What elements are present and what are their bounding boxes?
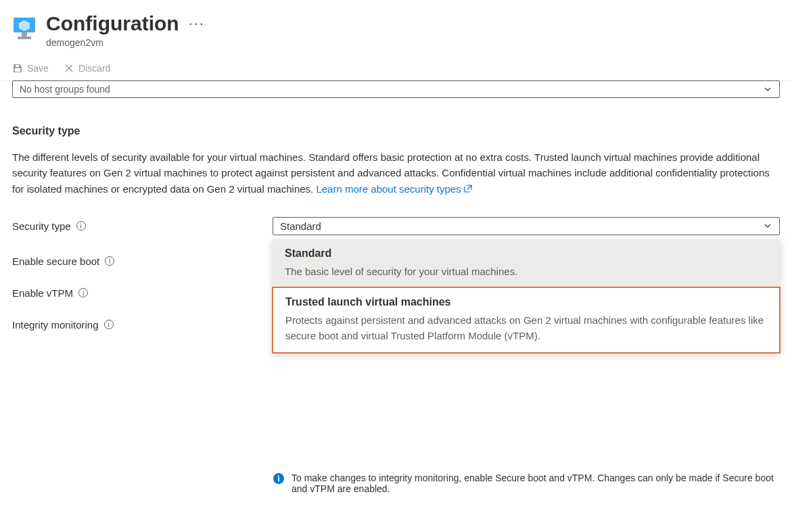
info-icon bbox=[273, 473, 285, 485]
chevron-down-icon bbox=[763, 84, 772, 94]
dropdown-option-trusted-launch[interactable]: Trusted launch virtual machines Protects… bbox=[272, 287, 781, 354]
resource-name: demogen2vm bbox=[46, 37, 179, 48]
close-icon bbox=[64, 63, 74, 74]
learn-more-text: Learn more about security types bbox=[316, 181, 461, 197]
vm-resource-icon bbox=[12, 16, 37, 43]
label-secure-boot: Enable secure boot bbox=[12, 256, 99, 267]
host-group-select[interactable]: No host groups found bbox=[12, 80, 780, 98]
external-link-icon bbox=[464, 185, 472, 193]
section-title-security-type: Security type bbox=[12, 125, 780, 137]
save-label: Save bbox=[27, 63, 49, 74]
command-bar: Save Discard bbox=[12, 63, 780, 74]
section-description: The different levels of security availab… bbox=[12, 149, 780, 197]
info-icon[interactable]: i bbox=[105, 256, 114, 266]
info-icon[interactable]: i bbox=[78, 288, 88, 297]
info-icon[interactable]: i bbox=[104, 320, 114, 329]
integrity-info-callout: To make changes to integrity monitoring,… bbox=[273, 473, 780, 494]
label-integrity: Integrity monitoring bbox=[12, 319, 99, 331]
title-more-menu[interactable]: ··· bbox=[189, 12, 205, 31]
option-title: Trusted launch virtual machines bbox=[285, 296, 767, 308]
label-security-type: Security type bbox=[12, 220, 71, 232]
option-desc: The basic level of security for your vir… bbox=[285, 264, 768, 279]
callout-text: To make changes to integrity monitoring,… bbox=[292, 473, 780, 494]
label-vtpm: Enable vTPM bbox=[12, 287, 73, 299]
chevron-down-icon bbox=[763, 221, 772, 231]
option-title: Standard bbox=[285, 247, 768, 260]
security-type-select[interactable]: Standard bbox=[273, 217, 780, 235]
page-title: Configuration bbox=[46, 12, 179, 34]
svg-rect-2 bbox=[22, 32, 27, 37]
learn-more-link[interactable]: Learn more about security types bbox=[316, 181, 471, 197]
security-type-value: Standard bbox=[280, 220, 321, 232]
svg-rect-3 bbox=[18, 37, 31, 39]
svg-rect-5 bbox=[278, 477, 279, 481]
discard-label: Discard bbox=[78, 63, 110, 74]
security-type-dropdown: Standard The basic level of security for… bbox=[273, 239, 780, 353]
option-desc: Protects against persistent and advanced… bbox=[285, 312, 767, 344]
save-icon bbox=[12, 63, 23, 74]
dropdown-option-standard[interactable]: Standard The basic level of security for… bbox=[273, 239, 780, 287]
svg-rect-6 bbox=[278, 475, 279, 477]
info-icon[interactable]: i bbox=[76, 221, 86, 231]
discard-button[interactable]: Discard bbox=[64, 63, 110, 74]
host-group-value: No host groups found bbox=[20, 84, 110, 95]
save-button[interactable]: Save bbox=[12, 63, 49, 74]
